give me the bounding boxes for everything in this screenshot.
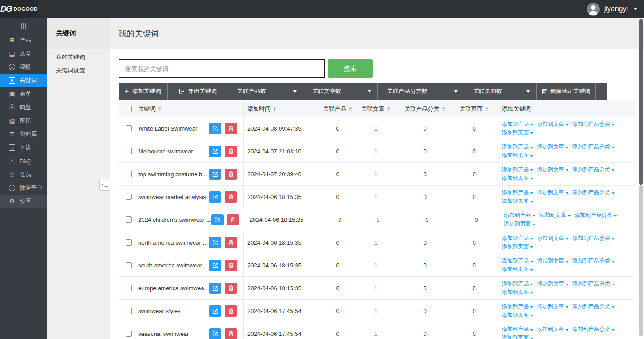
sidebar-item-forms[interactable]: ▣ 表单	[0, 87, 47, 101]
sidebar-item-settings[interactable]: ⚙ 设置	[0, 195, 47, 208]
export-keywords-button[interactable]: 导出关键词	[168, 83, 228, 100]
logo[interactable]: DG DOGOOD	[0, 0, 38, 18]
row-checkbox[interactable]	[126, 285, 132, 291]
sidebar-item-wechat[interactable]: ⋯ 微信平台	[0, 181, 47, 195]
add-to-category-link[interactable]: 添加到产品分类	[572, 234, 614, 242]
filter-related-pages-dropdown[interactable]: 关联页面数	[464, 83, 537, 100]
row-checkbox[interactable]	[126, 262, 132, 268]
scrollbar-thumb[interactable]	[639, 19, 643, 185]
sort-articles-button[interactable]	[387, 107, 390, 111]
add-to-category-link[interactable]: 添加到产品分类	[572, 166, 614, 174]
filter-related-articles-dropdown[interactable]: 关联文章数	[303, 83, 378, 100]
sort-added-time-button[interactable]	[273, 107, 276, 111]
add-to-page-link[interactable]: 添加到页面	[502, 334, 533, 339]
add-keyword-button[interactable]: + 添加关键词	[119, 83, 168, 100]
subnav-item-my-keywords[interactable]: 我的关键词	[47, 51, 110, 64]
panel-collapse-button[interactable]	[99, 179, 110, 191]
row-checkbox[interactable]	[126, 125, 132, 131]
delete-button[interactable]	[225, 169, 237, 180]
add-to-page-link[interactable]: 添加到页面	[502, 243, 533, 250]
scrollbar-track[interactable]	[639, 185, 643, 336]
add-to-product-link[interactable]: 添加到产品	[502, 280, 533, 288]
related-articles-count-link[interactable]: 1	[374, 148, 377, 155]
add-to-page-link[interactable]: 添加到页面	[502, 311, 533, 319]
sidebar-item-faq[interactable]: ? FAQ	[0, 154, 47, 168]
add-to-category-link[interactable]: 添加到产品分类	[572, 303, 614, 310]
related-articles-count-link[interactable]: 1	[374, 262, 377, 269]
add-to-product-link[interactable]: 添加到产品	[502, 189, 533, 196]
add-to-page-link[interactable]: 添加到页面	[502, 129, 533, 136]
sidebar-item-keywords[interactable]: K 关键词	[0, 74, 47, 87]
search-button[interactable]: 搜索	[328, 59, 373, 78]
search-input[interactable]	[119, 59, 325, 78]
sort-keyword-button[interactable]	[158, 107, 161, 111]
add-to-category-link[interactable]: 添加到产品分类	[572, 189, 614, 196]
add-to-article-link[interactable]: 添加到文章	[537, 303, 568, 310]
row-checkbox[interactable]	[126, 331, 132, 337]
sort-pages-button[interactable]	[485, 107, 489, 111]
add-to-page-link[interactable]: 添加到页面	[502, 174, 533, 182]
add-to-article-link[interactable]: 添加到文章	[537, 326, 568, 333]
add-to-category-link[interactable]: 添加到产品分类	[572, 143, 614, 151]
related-articles-count-link[interactable]: 1	[374, 308, 377, 314]
row-checkbox[interactable]	[126, 194, 132, 200]
add-to-product-link[interactable]: 添加到产品	[502, 120, 533, 128]
edit-button[interactable]	[209, 169, 221, 180]
add-to-product-link[interactable]: 添加到产品	[502, 234, 533, 242]
add-to-category-link[interactable]: 添加到产品分类	[575, 212, 617, 219]
edit-button[interactable]	[209, 146, 221, 157]
add-to-category-link[interactable]: 添加到产品分类	[572, 280, 614, 288]
add-to-product-link[interactable]: 添加到产品	[504, 212, 535, 219]
row-checkbox[interactable]	[126, 171, 132, 177]
edit-button[interactable]	[209, 260, 221, 271]
add-to-category-link[interactable]: 添加到产品分类	[572, 326, 614, 333]
row-checkbox[interactable]	[126, 216, 132, 223]
add-to-page-link[interactable]: 添加到页面	[502, 152, 533, 159]
filter-related-categories-dropdown[interactable]: 关联产品分类数	[378, 83, 464, 100]
delete-button[interactable]	[225, 283, 237, 294]
edit-button[interactable]	[209, 328, 221, 339]
delete-button[interactable]	[225, 146, 237, 157]
delete-selected-button[interactable]: 删除选定关键词	[537, 83, 596, 100]
add-to-article-link[interactable]: 添加到文章	[537, 120, 568, 128]
related-articles-count-link[interactable]: 1	[374, 125, 377, 132]
add-to-product-link[interactable]: 添加到产品	[502, 303, 533, 310]
edit-button[interactable]	[209, 283, 221, 294]
add-to-article-link[interactable]: 添加到文章	[537, 189, 568, 196]
row-checkbox[interactable]	[126, 239, 132, 246]
sidebar-item-members[interactable]: ♕ 会员	[0, 168, 47, 181]
edit-button[interactable]	[209, 123, 221, 134]
row-checkbox[interactable]	[126, 148, 132, 154]
add-to-article-link[interactable]: 添加到文章	[537, 234, 568, 242]
user-menu[interactable]: jlyongyi	[587, 0, 638, 18]
add-to-product-link[interactable]: 添加到产品	[502, 257, 533, 265]
sort-categories-button[interactable]	[442, 107, 445, 111]
sort-products-button[interactable]	[349, 107, 352, 111]
delete-button[interactable]	[225, 191, 237, 203]
add-to-category-link[interactable]: 添加到产品分类	[572, 120, 614, 128]
related-articles-count-link[interactable]: 1	[376, 216, 379, 223]
sidebar-item-downloads[interactable]: ↓ 下载	[0, 141, 47, 154]
related-articles-count-link[interactable]: 1	[374, 239, 377, 246]
related-articles-count-link[interactable]: 1	[374, 171, 377, 178]
add-to-page-link[interactable]: 添加到页面	[504, 220, 535, 228]
delete-button[interactable]	[225, 237, 237, 248]
add-to-page-link[interactable]: 添加到页面	[502, 266, 533, 273]
add-to-product-link[interactable]: 添加到产品	[502, 166, 533, 174]
filter-related-products-dropdown[interactable]: 关联产品数	[228, 83, 303, 100]
add-to-product-link[interactable]: 添加到产品	[502, 326, 533, 333]
add-to-article-link[interactable]: 添加到文章	[537, 257, 568, 265]
row-checkbox[interactable]	[126, 308, 132, 314]
edit-button[interactable]	[211, 214, 224, 225]
sidebar-item-library[interactable]: ≣ 资料库	[0, 127, 47, 141]
add-to-article-link[interactable]: 添加到文章	[537, 166, 568, 174]
sidebar-item-products[interactable]: ⊞ 产品	[0, 34, 47, 47]
delete-button[interactable]	[227, 214, 239, 225]
add-to-product-link[interactable]: 添加到产品	[502, 143, 533, 151]
sidebar-collapse-button[interactable]	[0, 18, 47, 34]
delete-button[interactable]	[225, 328, 237, 339]
edit-button[interactable]	[209, 305, 221, 317]
related-articles-count-link[interactable]: 1	[374, 194, 377, 200]
delete-button[interactable]	[225, 305, 237, 317]
add-to-page-link[interactable]: 添加到页面	[502, 197, 533, 205]
